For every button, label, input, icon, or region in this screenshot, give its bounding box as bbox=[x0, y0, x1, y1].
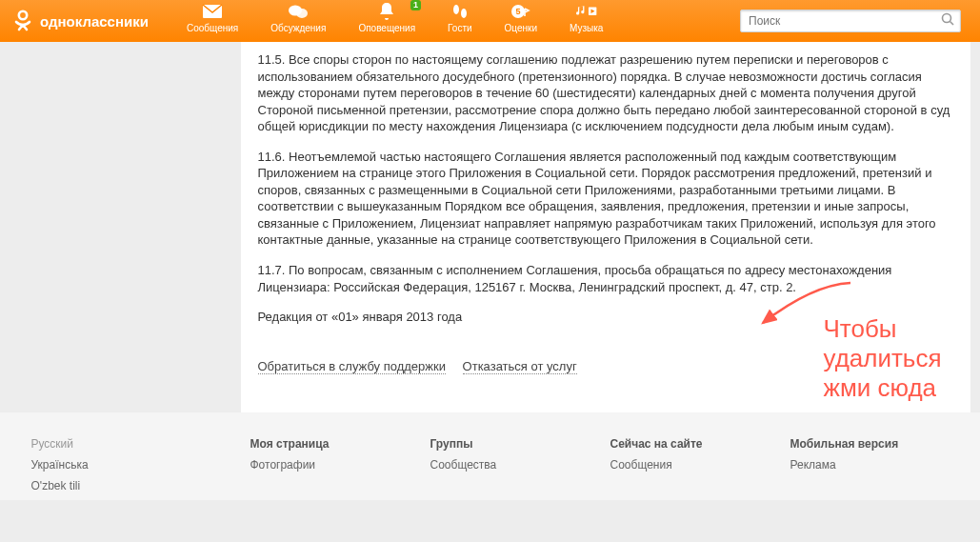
contact-support-link[interactable]: Обратиться в службу поддержки bbox=[258, 359, 446, 374]
agreement-clause-11-6: 11.6. Неотъемлемой частью настоящего Сог… bbox=[258, 149, 953, 249]
notification-badge: 1 bbox=[410, 0, 421, 10]
nav-label: Музыка bbox=[570, 23, 603, 33]
logo-text: одноклассники bbox=[40, 13, 149, 30]
agreement-clause-11-7: 11.7. По вопросам, связанным с исполнени… bbox=[258, 262, 953, 295]
annotation-callout: Чтобы удалиться жми сюда bbox=[824, 314, 942, 404]
music-icon bbox=[576, 2, 597, 21]
bell-icon bbox=[376, 2, 397, 21]
nav-label: Сообщения bbox=[187, 23, 238, 33]
main-nav: Сообщения Обсуждения 1 Оповещения Гости … bbox=[187, 0, 603, 44]
language-current: Русский bbox=[31, 437, 250, 451]
grade-icon: 5 bbox=[510, 2, 531, 21]
footer-head[interactable]: Мобильная версия bbox=[790, 437, 970, 451]
nav-label: Оповещения bbox=[358, 23, 415, 33]
search-input[interactable] bbox=[747, 13, 941, 29]
nav-guests[interactable]: Гости bbox=[448, 2, 471, 33]
svg-point-4 bbox=[453, 5, 459, 14]
svg-point-3 bbox=[296, 9, 308, 18]
nav-label: Оценки bbox=[505, 23, 537, 33]
svg-line-10 bbox=[950, 22, 954, 26]
footer-link-photos[interactable]: Фотографии bbox=[250, 458, 430, 472]
footprints-icon bbox=[450, 2, 470, 21]
footer-head[interactable]: Моя страница bbox=[250, 437, 430, 451]
agreement-clause-11-5: 11.5. Все споры сторон по настоящему сог… bbox=[258, 51, 953, 135]
search-box[interactable] bbox=[740, 10, 961, 32]
footer-head[interactable]: Сейчас на сайте bbox=[610, 437, 790, 451]
svg-point-9 bbox=[943, 14, 951, 23]
svg-point-5 bbox=[461, 9, 467, 18]
nav-music[interactable]: Музыка bbox=[570, 2, 603, 33]
annotation-line: Чтобы bbox=[824, 314, 942, 344]
agreement-content: 11.5. Все споры сторон по настоящему сог… bbox=[241, 42, 970, 412]
nav-messages[interactable]: Сообщения bbox=[187, 2, 238, 33]
annotation-line: жми сюда bbox=[824, 373, 942, 403]
top-navigation-bar: одноклассники Сообщения Обсуждения 1 Опо… bbox=[0, 0, 980, 42]
search-container bbox=[740, 10, 961, 32]
language-option-uz[interactable]: O'zbek tili bbox=[31, 479, 250, 492]
footer-link-messages[interactable]: Сообщения bbox=[610, 458, 790, 472]
nav-label: Гости bbox=[448, 23, 471, 33]
footer-col-mobile: Мобильная версия Реклама bbox=[790, 437, 970, 500]
footer-col-online: Сейчас на сайте Сообщения bbox=[610, 437, 790, 500]
nav-marks[interactable]: 5 Оценки bbox=[505, 2, 537, 33]
nav-label: Обсуждения bbox=[270, 23, 326, 33]
nav-discussions[interactable]: Обсуждения bbox=[270, 2, 326, 33]
footer-col-groups: Группы Сообщества bbox=[430, 437, 610, 500]
logo-icon bbox=[13, 9, 32, 33]
svg-text:5: 5 bbox=[515, 7, 520, 16]
footer-col-my-page: Моя страница Фотографии bbox=[250, 437, 430, 500]
envelope-icon bbox=[202, 2, 223, 21]
page-body: 11.5. Все споры сторон по настоящему сог… bbox=[0, 42, 980, 412]
footer-head[interactable]: Группы bbox=[430, 437, 610, 451]
nav-notifications[interactable]: 1 Оповещения bbox=[358, 2, 415, 33]
bubbles-icon bbox=[288, 2, 309, 21]
site-footer: Русский Українська O'zbek tili Моя стран… bbox=[0, 412, 980, 500]
svg-point-0 bbox=[19, 11, 27, 19]
footer-link-communities[interactable]: Сообщества bbox=[430, 458, 610, 472]
search-icon[interactable] bbox=[941, 12, 954, 30]
footer-languages: Русский Українська O'zbek tili bbox=[10, 437, 250, 500]
language-option-ua[interactable]: Українська bbox=[31, 458, 250, 472]
footer-link-ads[interactable]: Реклама bbox=[790, 458, 970, 472]
site-logo[interactable]: одноклассники bbox=[13, 9, 149, 33]
annotation-line: удалиться bbox=[824, 344, 942, 373]
decline-services-link[interactable]: Отказаться от услуг bbox=[463, 359, 577, 374]
